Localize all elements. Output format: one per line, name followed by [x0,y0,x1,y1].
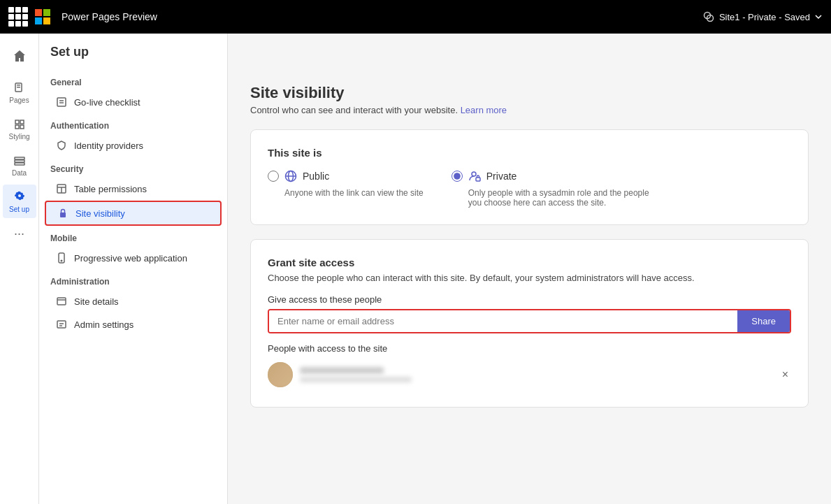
grant-title: Grant site access [268,257,791,268]
people-access-label: People with access to the site [268,343,791,354]
setup-icon [13,190,27,204]
section-administration: Administration [39,270,227,289]
sidebar-item-pwa[interactable]: Progressive web application [45,247,222,269]
svg-rect-7 [15,163,24,165]
phone-icon [56,252,67,264]
site-icon [56,296,67,307]
person-info [300,367,772,382]
ms-logo [35,9,50,24]
private-desc: Only people with a sysadmin role and the… [468,188,664,208]
shield-icon [56,140,67,151]
page-subtitle: Control who can see and interact with yo… [250,105,809,115]
data-icon [13,154,27,168]
svg-rect-14 [60,213,66,217]
sidebar-title: Set up [39,45,227,71]
sidebar-item-styling[interactable]: Styling [3,112,36,145]
grant-desc: Choose the people who can interact with … [268,273,791,283]
private-radio[interactable] [451,171,463,182]
more-icon[interactable]: ··· [14,226,24,241]
data-label: Data [12,169,27,177]
public-label: Public [303,171,329,182]
sidebar-item-site-details[interactable]: Site details [45,290,222,312]
sidebar-item-home[interactable] [3,39,36,73]
section-authentication: Authentication [39,114,227,134]
app-title: Power Pages Preview [62,11,157,22]
home-icon [13,49,27,63]
styling-label: Styling [8,133,29,141]
svg-rect-19 [57,321,66,328]
site-is-title: This site is [268,147,791,159]
person-lock-icon [468,170,481,182]
site-info[interactable]: Site1 - Private - Saved [702,10,823,23]
waffle-icon[interactable] [8,7,28,27]
public-desc: Anyone with the link can view the site [284,188,424,198]
globe-icon [284,170,297,182]
section-security: Security [39,157,227,177]
svg-point-25 [472,172,476,176]
svg-rect-17 [57,298,66,305]
sidebar-item-pages[interactable]: Pages [3,75,36,109]
sidebar: Set up General Go-live checklist Authent… [39,34,228,504]
left-iconbar: Pages Styling Data Set up ··· [0,34,39,504]
sidebar-item-table-permissions[interactable]: Table permissions [45,178,222,200]
lock-icon [57,208,68,219]
share-button[interactable]: Share [737,310,790,332]
give-access-label: Give access to these people [268,294,791,305]
svg-rect-5 [15,157,24,159]
private-option: Private Only people with a sysadmin role… [451,170,664,208]
svg-rect-8 [57,98,66,106]
remove-person-button[interactable]: × [779,366,791,384]
site-is-card: This site is Public Anyone with the link… [250,129,809,225]
grant-access-card: Grant site access Choose the people who … [250,239,809,408]
topbar: Power Pages Preview Site1 - Private - Sa… [0,0,831,34]
admin-icon [56,319,67,330]
person-row: × [268,359,791,390]
svg-rect-6 [15,160,24,162]
person-email [300,377,412,382]
svg-rect-3 [17,85,20,86]
main-content: Site visibility Control who can see and … [228,67,831,504]
private-label: Private [486,171,517,182]
styling-icon [13,117,27,131]
pages-label: Pages [9,96,29,104]
chevron-down-icon [814,13,823,21]
svg-rect-26 [476,178,480,181]
public-option: Public Anyone with the link can view the… [268,170,424,208]
section-mobile: Mobile [39,226,227,246]
site-info-icon [702,10,715,23]
section-general: General [39,71,227,90]
sidebar-item-setup[interactable]: Set up [3,185,36,218]
sidebar-item-data[interactable]: Data [3,148,36,182]
setup-label: Set up [9,206,29,213]
sidebar-item-site-visibility[interactable]: Site visibility [45,201,222,226]
email-input[interactable] [269,310,737,332]
page-title: Site visibility [250,84,809,102]
site-visibility-options: Public Anyone with the link can view the… [268,170,791,208]
sidebar-item-identity[interactable]: Identity providers [45,134,222,157]
public-radio[interactable] [268,171,279,182]
svg-rect-4 [17,87,20,88]
list-icon [56,96,67,108]
avatar [268,362,293,387]
learn-more-link[interactable]: Learn more [461,105,507,115]
person-name [300,367,384,374]
svg-point-16 [61,260,62,261]
pages-icon [13,81,27,95]
sidebar-item-go-live[interactable]: Go-live checklist [45,91,222,113]
share-input-row: Share [268,309,791,333]
table-icon [56,183,67,194]
sidebar-item-admin-settings[interactable]: Admin settings [45,313,222,336]
